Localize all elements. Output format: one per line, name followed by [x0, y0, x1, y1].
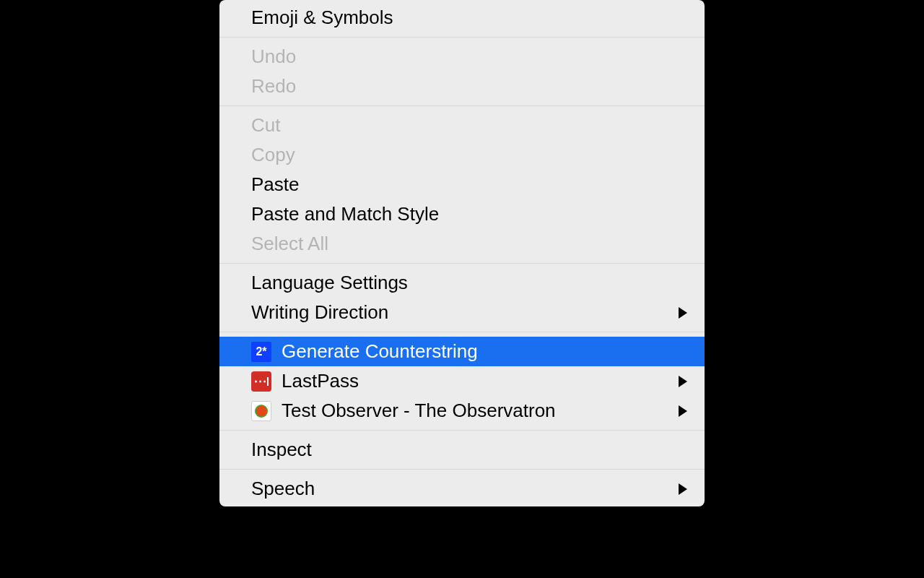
submenu-arrow-icon — [679, 376, 687, 387]
menu-item-label: Redo — [251, 75, 687, 98]
menu-item-label: Language Settings — [251, 272, 687, 294]
menu-item-label: Inspect — [251, 439, 687, 461]
menu-item-paste[interactable]: Paste — [219, 170, 705, 199]
menu-item-label: Select All — [251, 233, 687, 255]
menu-item-copy: Copy — [219, 140, 705, 170]
submenu-arrow-icon — [679, 307, 687, 319]
menu-separator — [219, 430, 705, 431]
menu-item-language-settings[interactable]: Language Settings — [219, 268, 705, 298]
menu-separator — [219, 37, 705, 38]
menu-item-label: Copy — [251, 144, 687, 166]
menu-item-lastpass[interactable]: LastPass — [219, 366, 705, 396]
menu-item-redo: Redo — [219, 72, 705, 101]
menu-item-label: Undo — [251, 46, 687, 68]
menu-item-speech[interactable]: Speech — [219, 474, 705, 504]
menu-separator — [219, 105, 705, 106]
observatron-icon — [251, 401, 271, 421]
menu-item-select-all: Select All — [219, 229, 705, 259]
menu-separator — [219, 332, 705, 332]
menu-item-label: Paste — [251, 173, 687, 196]
menu-item-label: Speech — [251, 478, 671, 500]
menu-item-inspect[interactable]: Inspect — [219, 435, 705, 465]
menu-separator — [219, 263, 705, 264]
menu-item-label: Cut — [251, 114, 687, 137]
menu-separator — [219, 469, 705, 470]
menu-item-writing-direction[interactable]: Writing Direction — [219, 298, 705, 327]
submenu-arrow-icon — [679, 405, 687, 417]
menu-item-cut: Cut — [219, 111, 705, 140]
lastpass-icon — [251, 371, 271, 392]
menu-item-undo: Undo — [219, 42, 705, 72]
menu-item-generate-counterstring[interactable]: 2*Generate Counterstring — [219, 337, 705, 366]
menu-item-emoji-symbols[interactable]: Emoji & Symbols — [219, 3, 705, 33]
menu-item-label: Test Observer - The Observatron — [282, 400, 671, 422]
menu-item-label: Generate Counterstring — [282, 340, 687, 363]
menu-item-label: Writing Direction — [251, 301, 671, 324]
menu-item-label: Paste and Match Style — [251, 203, 687, 225]
submenu-arrow-icon — [679, 483, 687, 495]
menu-item-test-observer[interactable]: Test Observer - The Observatron — [219, 396, 705, 426]
context-menu: Emoji & SymbolsUndoRedoCutCopyPastePaste… — [219, 0, 705, 506]
menu-item-label: Emoji & Symbols — [251, 7, 687, 29]
menu-item-label: LastPass — [282, 370, 671, 392]
counterstring-icon: 2* — [251, 342, 271, 362]
menu-item-paste-match-style[interactable]: Paste and Match Style — [219, 199, 705, 229]
